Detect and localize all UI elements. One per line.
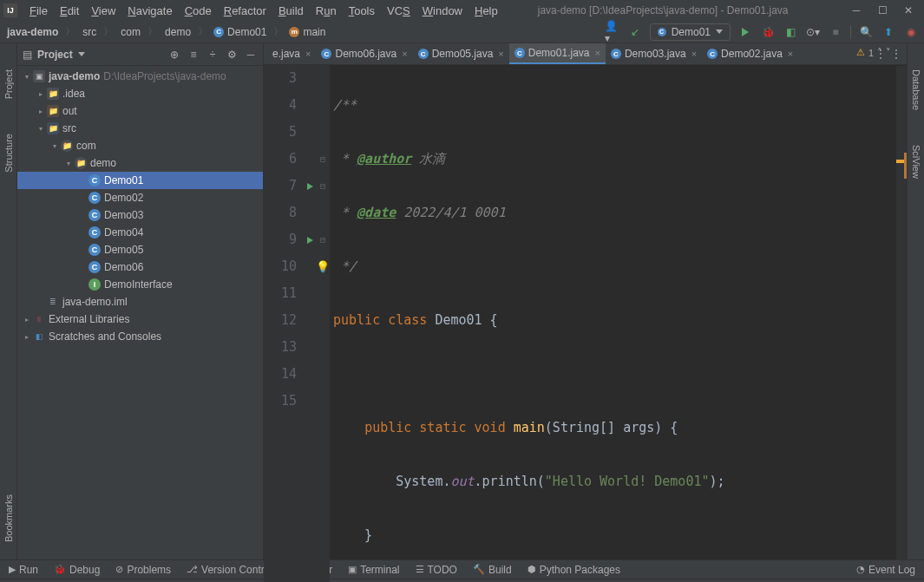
tool-problems[interactable]: ⊘Problems <box>115 564 171 576</box>
editor-tab[interactable]: CDemo02.java× <box>702 43 798 64</box>
close-button[interactable]: ✕ <box>903 5 914 16</box>
crumb-demo[interactable]: demo <box>163 26 193 38</box>
inspection-indicator[interactable]: ⚠1 ˄˅ <box>856 47 891 58</box>
run-config-selector[interactable]: C Demo01 <box>650 23 731 41</box>
tree-class-demo04[interactable]: CDemo04 <box>17 224 263 241</box>
chevron-up-icon[interactable]: ˄ <box>877 47 882 58</box>
tree-class-demo01[interactable]: CDemo01 <box>17 172 263 189</box>
editor-tab[interactable]: CDemo03.java× <box>606 43 702 64</box>
tool-version-control[interactable]: ⎇Version Control <box>187 564 272 576</box>
expand-all-button[interactable]: ≡ <box>187 48 200 62</box>
line-numbers: 3456789101112131415 <box>264 65 304 582</box>
editor-tab[interactable]: CDemo05.java× <box>413 43 509 64</box>
vcs-update-button[interactable]: ↙ <box>627 24 643 40</box>
crumb-com[interactable]: com <box>119 26 142 38</box>
error-stripe[interactable] <box>896 66 907 559</box>
tool-bookmarks[interactable]: Bookmarks <box>3 494 14 542</box>
menu-view[interactable]: View <box>86 3 121 19</box>
tree-class-demo02[interactable]: CDemo02 <box>17 189 263 206</box>
class-icon: C <box>611 49 621 59</box>
menu-code[interactable]: Code <box>180 3 217 19</box>
run-class-icon[interactable] <box>304 173 316 199</box>
settings-button[interactable]: ⚙ <box>225 48 239 62</box>
window-title: java-demo [D:\IdeaProjects\java-demo] - … <box>503 4 851 16</box>
crumb-project[interactable]: java-demo <box>5 26 60 38</box>
run-button[interactable] <box>737 24 753 40</box>
tree-root[interactable]: ▾▣ java-demoD:\IdeaProjects\java-demo <box>17 68 263 85</box>
editor-tab[interactable]: e.java× <box>267 43 316 64</box>
code-text[interactable]: /** * @author 水滴 * @date 2022/4/1 0001 *… <box>330 65 907 582</box>
menu-run[interactable]: Run <box>311 3 342 19</box>
tool-sciview[interactable]: SciView <box>911 145 921 179</box>
code-area[interactable]: 3456789101112131415 ⊟ ⊟ ⊟ 💡 /** * @autho… <box>264 65 907 582</box>
tree-idea[interactable]: ▸📁.idea <box>17 85 263 102</box>
tree-class-demo05[interactable]: CDemo05 <box>17 241 263 258</box>
tree-class-demo03[interactable]: CDemo03 <box>17 206 263 224</box>
crumb-class[interactable]: Demo01 <box>226 26 268 38</box>
crumb-src[interactable]: src <box>81 26 98 38</box>
tab-actions-button[interactable]: ⋮ <box>891 48 901 60</box>
tool-debug[interactable]: 🐞Debug <box>54 564 100 576</box>
minimize-button[interactable]: ─ <box>851 5 862 16</box>
left-tool-strip: Project Structure Bookmarks <box>0 43 17 559</box>
titlebar: IJ File Edit View Navigate Code Refactor… <box>0 0 924 21</box>
source-folder-icon: 📁 <box>47 122 59 134</box>
add-config-button[interactable]: 👤▾ <box>605 24 620 40</box>
tree-demo[interactable]: ▾📁demo <box>17 154 263 172</box>
editor-tab[interactable]: CDemo06.java× <box>316 43 412 64</box>
maximize-button[interactable]: ☐ <box>877 5 888 16</box>
tree-src[interactable]: ▾📁src <box>17 120 263 137</box>
debug-button[interactable]: 🐞 <box>760 24 776 40</box>
menu-file[interactable]: File <box>24 3 53 19</box>
menu-tools[interactable]: Tools <box>344 3 380 19</box>
project-panel: ▤ Project ⊕ ≡ ÷ ⚙ ─ ▾▣ java-demoD:\IdeaP… <box>17 43 264 559</box>
close-tab-icon[interactable]: × <box>691 49 697 59</box>
hide-button[interactable]: ─ <box>244 48 258 62</box>
menu-refactor[interactable]: Refactor <box>219 3 272 19</box>
tool-structure[interactable]: Structure <box>3 134 14 173</box>
editor-tab-active[interactable]: CDemo01.java× <box>509 43 606 64</box>
stop-button[interactable]: ■ <box>828 24 843 40</box>
tree-out[interactable]: ▸📁out <box>17 102 263 120</box>
tool-project[interactable]: Project <box>3 69 14 99</box>
tree-com[interactable]: ▾📁com <box>17 137 263 154</box>
menu-edit[interactable]: Edit <box>55 3 84 19</box>
chevron-down-icon[interactable]: ˅ <box>886 47 891 58</box>
menu-navigate[interactable]: Navigate <box>122 3 177 19</box>
class-icon: C <box>88 209 101 221</box>
ide-button[interactable]: ◉ <box>903 24 919 40</box>
profile-button[interactable]: ⊙▾ <box>805 24 821 40</box>
tree-external-libs[interactable]: ▸⫴External Libraries <box>17 311 263 328</box>
close-tab-icon[interactable]: × <box>498 49 503 59</box>
close-tab-icon[interactable]: × <box>788 49 793 59</box>
select-opened-file-button[interactable]: ⊕ <box>167 48 181 62</box>
tree-iml[interactable]: ≣java-demo.iml <box>17 293 263 311</box>
search-button[interactable]: 🔍 <box>858 24 874 40</box>
collapse-all-button[interactable]: ÷ <box>206 48 220 62</box>
editor: e.java× CDemo06.java× CDemo05.java× CDem… <box>264 43 907 559</box>
tool-run[interactable]: ▶Run <box>9 564 38 576</box>
tree-interface[interactable]: IDemoInterface <box>17 276 263 293</box>
sync-button[interactable]: ⬆ <box>881 24 896 40</box>
chevron-down-icon[interactable] <box>78 52 85 56</box>
close-tab-icon[interactable]: × <box>305 49 311 59</box>
class-icon: C <box>88 226 101 239</box>
menu-build[interactable]: Build <box>273 3 309 19</box>
crumb-method[interactable]: main <box>301 26 327 38</box>
menu-vcs[interactable]: VCS <box>382 3 416 19</box>
tree-scratches[interactable]: ▸◧Scratches and Consoles <box>17 328 263 345</box>
fold-gutter: ⊟ ⊟ ⊟ 💡 <box>316 65 330 582</box>
coverage-button[interactable]: ◧ <box>783 24 798 40</box>
intention-bulb-icon[interactable]: 💡 <box>316 253 330 280</box>
run-main-icon[interactable] <box>304 226 316 253</box>
main-menu: File Edit View Navigate Code Refactor Bu… <box>24 3 503 19</box>
interface-icon: I <box>88 278 101 291</box>
tool-database[interactable]: Database <box>911 69 921 110</box>
close-tab-icon[interactable]: × <box>402 49 407 59</box>
project-tree: ▾▣ java-demoD:\IdeaProjects\java-demo ▸📁… <box>17 66 263 559</box>
close-tab-icon[interactable]: × <box>595 48 600 58</box>
tree-class-demo06[interactable]: CDemo06 <box>17 258 263 276</box>
menu-help[interactable]: Help <box>469 3 503 19</box>
class-icon: C <box>213 27 224 37</box>
menu-window[interactable]: Window <box>417 3 468 19</box>
